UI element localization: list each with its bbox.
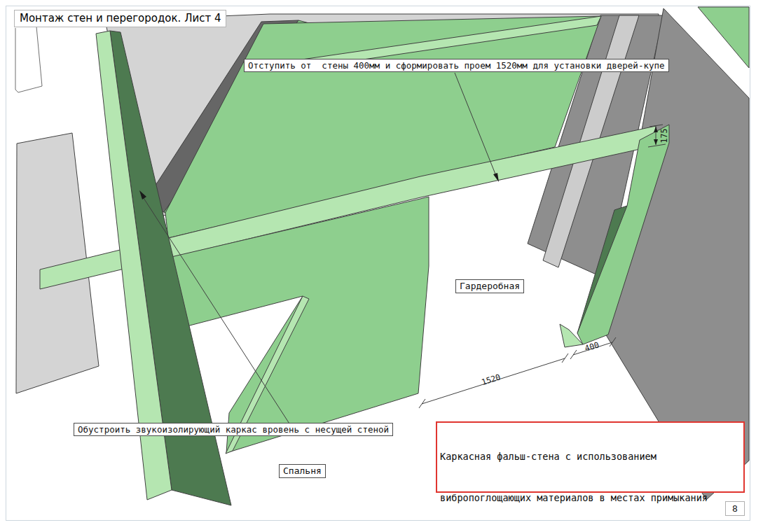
sheet-title: Монтаж стен и перегородок. Лист 4 xyxy=(14,10,226,27)
dimension-175-label: 175 xyxy=(659,129,669,144)
drawing-sheet: 175 1520 400 Монтаж стен и перегородок. … xyxy=(0,0,763,532)
page-number: 8 xyxy=(725,501,745,516)
note-false-wall: Каркасная фальш-стена с использованием в… xyxy=(436,421,745,493)
note-line: Каркасная фальш-стена с использованием xyxy=(440,450,741,464)
callout-soundproof-frame: Обустроить звукоизолирующий каркас врове… xyxy=(74,423,393,436)
room-label-bedroom: Спальня xyxy=(279,464,326,478)
note-line: вибропоглощающих материалов в местах при… xyxy=(440,491,741,505)
callout-offset-opening: Отступить от стены 400мм и сформировать … xyxy=(244,59,669,72)
room-label-wardrobe: Гардеробная xyxy=(455,279,524,293)
